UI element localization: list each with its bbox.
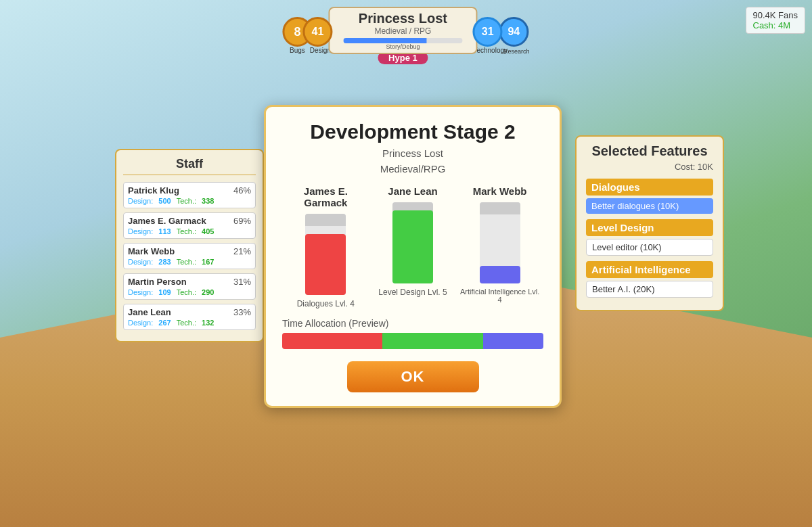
dev-modal-subtitle1: Princess Lost bbox=[282, 147, 543, 159]
dev-worker-mark: Mark Webb Artificial Intelligence Lvl. 4 bbox=[459, 185, 541, 308]
staff-item-martin[interactable]: Martin Person 31% Design: 109 Tech.: 290 bbox=[123, 273, 256, 300]
dev-worker-skill-0: Dialogues Lvl. 4 bbox=[285, 299, 366, 308]
design-label: Design bbox=[310, 47, 331, 54]
time-alloc-label: Time Allocation (Preview) bbox=[282, 318, 543, 329]
features-title: Selected Features bbox=[586, 143, 713, 159]
feature-item-highlighted-0[interactable]: Better dialogues (10K) bbox=[586, 198, 713, 214]
staff-pct-0: 46% bbox=[233, 185, 251, 196]
dev-worker-skill-2: Artificial Intelligence Lvl. 4 bbox=[459, 288, 541, 304]
staff-design-label-2: Design: bbox=[128, 258, 153, 266]
staff-tech-val-2: 167 bbox=[202, 258, 214, 266]
hud-center-panel: Princess Lost Medieval / RPG Story/Debug bbox=[328, 7, 477, 54]
staff-tech-val-4: 132 bbox=[202, 319, 214, 327]
staff-title: Staff bbox=[123, 157, 256, 175]
feature-item-2[interactable]: Better A.I. (20K) bbox=[586, 281, 713, 298]
time-alloc-green bbox=[382, 333, 482, 349]
dev-worker-bar-bg-2 bbox=[480, 202, 520, 283]
tech-badge: 31 bbox=[473, 17, 503, 47]
staff-tech-val-0: 338 bbox=[202, 197, 214, 205]
staff-item-patrick[interactable]: Patrick Klug 46% Design: 500 Tech.: 338 bbox=[123, 182, 256, 208]
staff-design-val-4: 267 bbox=[158, 319, 171, 327]
cash-stat: Cash: 4M bbox=[753, 20, 798, 30]
staff-name-1: James E. Garmack bbox=[128, 216, 206, 226]
staff-item-james[interactable]: James E. Garmack 69% Design: 113 Tech.: … bbox=[123, 212, 256, 239]
dev-worker-skill-1: Level Design Lvl. 5 bbox=[372, 288, 453, 297]
staff-design-val-0: 500 bbox=[158, 197, 171, 205]
story-label: Story/Debug bbox=[343, 43, 462, 50]
feature-category-1: Level Design bbox=[586, 219, 713, 236]
staff-design-label-1: Design: bbox=[128, 227, 153, 235]
staff-name-0: Patrick Klug bbox=[128, 185, 179, 196]
feature-category-2: Artificial Intelligence bbox=[586, 261, 713, 278]
staff-pct-2: 21% bbox=[233, 246, 251, 256]
time-alloc-blue bbox=[483, 333, 543, 349]
staff-pct-1: 69% bbox=[233, 216, 251, 226]
staff-tech-label-3: Tech.: bbox=[177, 288, 196, 296]
dev-worker-bar-fill-2 bbox=[480, 266, 520, 283]
dev-worker-bar-bg-0 bbox=[305, 214, 346, 295]
ok-button[interactable]: OK bbox=[347, 361, 479, 392]
time-alloc-bar bbox=[282, 333, 543, 349]
dev-worker-bar-fill-1 bbox=[392, 210, 433, 283]
bugs-label: Bugs bbox=[290, 47, 305, 54]
design-badge: 41 bbox=[302, 17, 332, 47]
staff-name-4: Jane Lean bbox=[128, 307, 171, 317]
staff-item-jane[interactable]: Jane Lean 33% Design: 267 Tech.: 132 bbox=[123, 304, 256, 330]
staff-pct-4: 33% bbox=[233, 307, 251, 317]
dev-worker-name-0: James E. Garmack bbox=[285, 185, 366, 208]
tech-label: Technology bbox=[473, 47, 508, 54]
features-panel: Selected Features Cost: 10K Dialogues Be… bbox=[575, 135, 724, 311]
fans-stat: 90.4K Fans bbox=[753, 10, 798, 20]
staff-tech-val-1: 405 bbox=[202, 227, 214, 235]
time-alloc-red bbox=[282, 333, 382, 349]
dev-modal: Development Stage 2 Princess Lost Mediev… bbox=[264, 105, 562, 408]
staff-tech-label-0: Tech.: bbox=[177, 197, 196, 205]
staff-item-mark[interactable]: Mark Webb 21% Design: 283 Tech.: 167 bbox=[123, 243, 256, 269]
dev-worker-bar-fill-0 bbox=[305, 234, 346, 295]
feature-category-0: Dialogues bbox=[586, 179, 713, 196]
dev-worker-name-2: Mark Webb bbox=[459, 185, 541, 197]
staff-tech-label-4: Tech.: bbox=[177, 319, 196, 327]
staff-design-label-3: Design: bbox=[128, 288, 153, 296]
staff-design-label-0: Design: bbox=[128, 197, 153, 205]
staff-design-label-4: Design: bbox=[128, 319, 153, 327]
features-cost: Cost: 10K bbox=[586, 162, 713, 172]
research-label: Research bbox=[503, 48, 530, 55]
hud-game-genre: Medieval / RPG bbox=[343, 26, 462, 36]
top-right-stats: 90.4K Fans Cash: 4M bbox=[746, 7, 806, 34]
staff-tech-label-1: Tech.: bbox=[177, 227, 196, 235]
dev-worker-name-1: Jane Lean bbox=[372, 185, 453, 197]
dev-modal-title: Development Stage 2 bbox=[282, 120, 543, 143]
staff-name-2: Mark Webb bbox=[128, 246, 175, 256]
time-alloc-section: Time Allocation (Preview) bbox=[282, 318, 543, 349]
staff-name-3: Martin Person bbox=[128, 277, 187, 287]
dev-workers-container: James E. Garmack Dialogues Lvl. 4 Jane L… bbox=[282, 185, 543, 308]
research-badge: 94 bbox=[499, 17, 528, 47]
dev-worker-bar-bg-1 bbox=[392, 202, 433, 283]
feature-item-1[interactable]: Level editor (10K) bbox=[586, 239, 713, 256]
hud-game-title: Princess Lost bbox=[343, 11, 462, 26]
staff-panel: Staff Patrick Klug 46% Design: 500 Tech.… bbox=[115, 149, 264, 342]
staff-design-val-2: 283 bbox=[158, 258, 171, 266]
staff-tech-val-3: 290 bbox=[202, 288, 214, 296]
dev-modal-subtitle2: Medieval/RPG bbox=[282, 163, 543, 175]
top-hud: 8 Bugs 41 Design Princess Lost Medieval … bbox=[282, 7, 529, 64]
staff-tech-label-2: Tech.: bbox=[177, 258, 196, 266]
staff-pct-3: 31% bbox=[233, 277, 251, 287]
dev-worker-james: James E. Garmack Dialogues Lvl. 4 bbox=[285, 185, 366, 308]
staff-design-val-1: 113 bbox=[158, 227, 171, 235]
dev-worker-jane: Jane Lean Level Design Lvl. 5 bbox=[372, 185, 453, 308]
staff-design-val-3: 109 bbox=[158, 288, 171, 296]
